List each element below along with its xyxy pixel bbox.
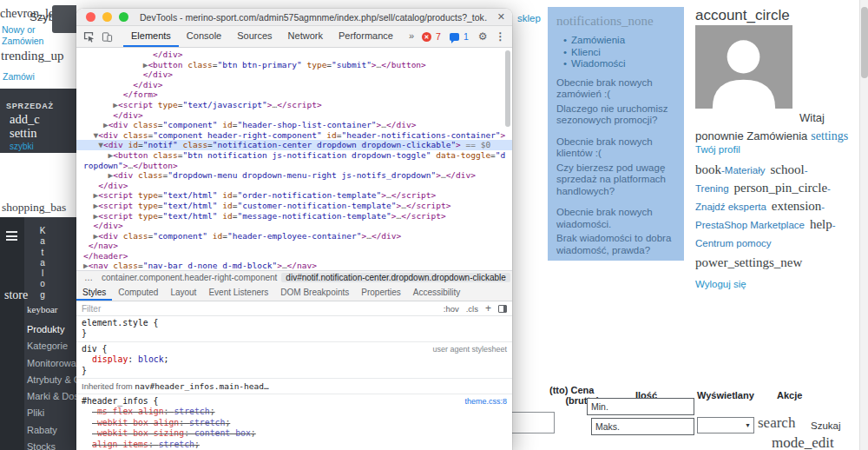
window-close-light[interactable] [86, 12, 95, 22]
sidebar-item-rabaty[interactable]: Rabaty [27, 422, 76, 439]
elements-node[interactable]: ▶<script type="text/html" id="order-noti… [83, 190, 509, 201]
elements-node[interactable]: </div> [83, 50, 509, 60]
power-settings-icon[interactable]: power_settings_new [695, 254, 860, 271]
page-scrollbar[interactable] [859, 0, 868, 450]
window-minimize-light[interactable] [102, 12, 112, 22]
sidetab-dom-breakpoints[interactable]: DOM Breakpoints [274, 284, 355, 301]
breadcrumb-item[interactable]: container.component.header-right-compone… [97, 273, 281, 282]
quantity-max-input[interactable] [591, 418, 694, 435]
search-button-label[interactable]: Szukaj [811, 420, 841, 431]
sidebar-item-marki-dost[interactable]: Marki & Dost [27, 388, 76, 405]
elements-node[interactable]: ▶<div class="component" id="header-emplo… [83, 231, 509, 242]
elements-node[interactable]: </div> [83, 221, 509, 231]
sidebar-item-stocks[interactable]: Stocks [27, 439, 76, 450]
sidebar-item-kategorie[interactable]: Kategorie [27, 338, 76, 354]
close-icon[interactable]: ✕ [497, 11, 505, 23]
elements-node[interactable]: </nav> [83, 241, 509, 251]
css-property[interactable]: display: block; [82, 354, 507, 365]
device-toolbar-icon[interactable] [102, 31, 113, 43]
breadcrumb-item[interactable]: div#notif.notification-center.dropdown.d… [281, 273, 510, 282]
settings-icon[interactable]: settings [811, 129, 848, 142]
orders-link-2[interactable]: Zamówi [3, 71, 35, 82]
elements-node[interactable]: ▼<div id="notif" class="notification-cen… [76, 140, 512, 150]
elements-node[interactable]: ▶<div class="dropdown-menu dropdown-menu… [83, 170, 509, 181]
search-icon[interactable]: search [758, 414, 795, 432]
elements-node[interactable]: ▶<button class="btn btn-primary" type="s… [83, 60, 509, 70]
sidetab-event-listeners[interactable]: Event Listeners [202, 284, 274, 301]
elements-node[interactable]: ▶<button class="btn notification js-noti… [83, 150, 509, 170]
notification-tab-wiadomości[interactable]: •Wiadomości [556, 58, 675, 70]
notification-tab-label[interactable]: Klienci [571, 47, 601, 57]
elements-node[interactable]: </header> [83, 251, 509, 261]
quick-access-button[interactable] [52, 5, 76, 33]
tab-console[interactable]: Console [179, 26, 229, 47]
shop-link[interactable]: sklep [517, 13, 541, 23]
quick-link[interactable]: szybki [10, 142, 34, 151]
window-zoom-light[interactable] [119, 12, 128, 22]
account-circle-icon[interactable]: account_circle [695, 7, 790, 24]
sidebar-item-atrybuty-c[interactable]: Atrybuty & C [27, 372, 76, 388]
issue-count[interactable]: 1 [464, 31, 469, 42]
settings-icon[interactable]: settin [10, 126, 36, 141]
elements-node[interactable]: ▼<div class="component header-right-comp… [83, 130, 509, 141]
tab-network[interactable]: Network [280, 26, 331, 47]
css-property-overridden[interactable]: -webkit-box-align: stretch; [82, 418, 507, 428]
elements-node[interactable]: </div> [83, 69, 509, 80]
notification-tab-label[interactable]: Zamówienia [571, 35, 625, 45]
edit-icon[interactable]: mode_edit [772, 434, 834, 450]
sidebar-item-monitorowan[interactable]: Monitorowan [27, 355, 76, 372]
sidetab-properties[interactable]: Properties [355, 284, 407, 301]
elements-node[interactable]: </div> [83, 110, 509, 121]
sidetab-styles[interactable]: Styles [76, 284, 112, 301]
css-property-overridden[interactable]: -webkit-box-sizing: content-box; [82, 428, 507, 439]
elements-node[interactable]: </form> [83, 89, 509, 100]
sidebar-layout-icon[interactable] [498, 305, 507, 313]
style-rule-div[interactable]: div { user agent stylesheet display: blo… [76, 342, 512, 379]
sidetab-layout[interactable]: Layout [164, 284, 202, 301]
inherited-node-link[interactable]: nav#header_infos.main-head… [135, 381, 268, 391]
menu-burger-icon[interactable] [6, 231, 17, 243]
logout-link[interactable]: Wyloguj się [695, 275, 860, 293]
tab-elements[interactable]: Elements [123, 26, 179, 47]
styles-filter-input[interactable] [82, 304, 437, 314]
page-scrollbar-thumb[interactable] [861, 7, 868, 78]
account-link-materia-y[interactable]: book-Materiały [695, 162, 765, 176]
css-property-overridden[interactable]: -ms-flex-align: stretch; [82, 407, 507, 417]
style-rule-element[interactable]: element.style { } [76, 316, 512, 342]
sidebar-item-produkty[interactable]: Produkty [27, 321, 76, 338]
elements-node[interactable]: </div> [83, 181, 509, 191]
profile-link[interactable]: Twój profil [695, 144, 740, 155]
notification-tab-label[interactable]: Wiadomości [571, 58, 626, 69]
elements-node[interactable]: ▶<script type="text/html" id="message-no… [83, 211, 509, 222]
elements-node[interactable]: ▶<div class="component" id="header-shop-… [83, 120, 509, 130]
kebab-menu-icon[interactable]: ⋮ [495, 30, 505, 43]
elements-node[interactable]: </div> [83, 80, 509, 90]
notification-tab-zamówienia[interactable]: •Zamówienia [556, 35, 675, 47]
displayed-filter-select[interactable]: ▼ [697, 417, 754, 433]
style-rule-header-infos[interactable]: #header_infos { theme.css:8 -ms-flex-ali… [76, 394, 512, 450]
add-circle-icon[interactable]: add_c [10, 112, 40, 127]
filter-input-partial[interactable] [511, 412, 555, 433]
orders-link[interactable]: Zamówien [2, 36, 43, 46]
error-badge-icon[interactable]: ✕ [422, 32, 431, 42]
styles-toolbar-tool[interactable]: .cls [466, 304, 478, 314]
elements-scrollbar-thumb[interactable] [505, 50, 510, 127]
quantity-min-input[interactable] [587, 398, 694, 415]
gear-icon[interactable]: ⚙ [478, 30, 488, 43]
notification-tab-klienci[interactable]: •Klienci [556, 47, 675, 59]
elements-node[interactable]: ▶<script type="text/javascript">…</scrip… [83, 100, 509, 110]
styles-toolbar-tool[interactable]: :hov [444, 304, 459, 314]
tab-sources[interactable]: Sources [229, 26, 279, 47]
error-count[interactable]: 7 [436, 31, 441, 42]
sidebar-item-pliki[interactable]: Pliki [27, 405, 76, 421]
inspect-element-icon[interactable] [83, 31, 95, 43]
sidetab-computed[interactable]: Computed [112, 284, 164, 301]
elements-node[interactable]: ▶<nav class="nav-bar d-none d-md-block">… [83, 261, 509, 270]
issues-bubble-icon[interactable] [450, 33, 459, 41]
breadcrumb-item[interactable]: … [510, 273, 512, 282]
breadcrumb-item[interactable]: … [80, 273, 97, 282]
devtools-titlebar[interactable]: DevTools - merino-sport.com/admin575agmn… [76, 9, 512, 26]
elements-node[interactable]: ▶<script type="text/html" id="customer-n… [83, 201, 509, 211]
tab-performance[interactable]: Performance [331, 26, 401, 47]
more-tabs-chevron[interactable]: » [401, 26, 422, 47]
